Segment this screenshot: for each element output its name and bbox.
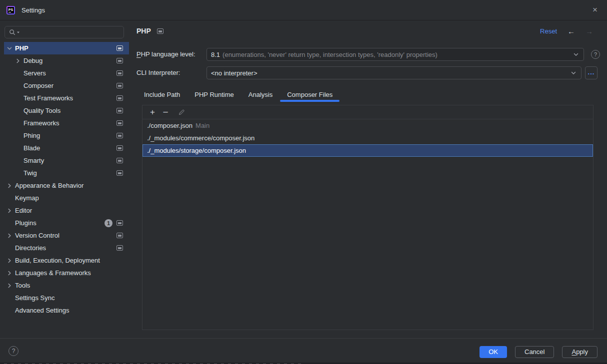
chevron-right-icon[interactable]: [4, 257, 15, 265]
sidebar-item-label: Version Control: [15, 232, 60, 239]
dialog-footer: ? OK Cancel Apply: [0, 338, 607, 363]
tab-composer-files[interactable]: Composer Files: [286, 86, 333, 102]
list-item-composer-file[interactable]: ./_modules/storage/composer.json: [142, 144, 593, 157]
sidebar-item-build-execution-deployment[interactable]: Build, Execution, Deployment: [4, 254, 129, 267]
settings-dialog: PS Settings × PHPDebugServersComposerTes…: [0, 0, 607, 364]
sidebar-item-version-control[interactable]: Version Control: [4, 229, 129, 242]
sidebar-item-quality-tools[interactable]: Quality Tools: [4, 104, 129, 117]
monitor-icon: [116, 70, 123, 76]
sidebar-item-composer[interactable]: Composer: [4, 79, 129, 92]
sidebar-item-editor[interactable]: Editor: [4, 204, 129, 217]
tab-analysis[interactable]: Analysis: [248, 86, 273, 102]
close-icon[interactable]: ×: [590, 5, 600, 15]
sidebar-item-label: Twig: [24, 169, 37, 177]
chevron-right-icon[interactable]: [4, 282, 15, 290]
sidebar-item-servers[interactable]: Servers: [4, 67, 129, 79]
help-icon[interactable]: ?: [8, 346, 18, 356]
ok-button[interactable]: OK: [480, 346, 507, 358]
composer-file-main-badge: Main: [196, 122, 210, 129]
sidebar-item-languages-frameworks[interactable]: Languages & Frameworks: [4, 267, 129, 279]
composer-files-panel: + − ./composer.jsonMain./_modules/commer…: [142, 105, 594, 330]
monitor-icon: [116, 233, 123, 238]
sidebar-item-smarty[interactable]: Smarty: [4, 154, 129, 167]
language-level-value: 8.1: [211, 51, 220, 58]
chevron-down-icon[interactable]: [4, 44, 15, 52]
monitor-icon: [116, 83, 123, 88]
chevron-right-icon[interactable]: [4, 269, 15, 277]
composer-files-list: ./composer.jsonMain./_modules/commerce/c…: [142, 119, 593, 157]
settings-tree: PHPDebugServersComposerTest FrameworksQu…: [4, 42, 129, 317]
sidebar-item-twig[interactable]: Twig: [4, 167, 129, 179]
chevron-right-icon[interactable]: [4, 232, 15, 240]
breadcrumb: PHP: [136, 27, 164, 35]
tab-php-runtime[interactable]: PHP Runtime: [194, 86, 234, 102]
chevron-spacer: [12, 169, 24, 177]
sidebar-item-label: Debug: [24, 57, 42, 64]
chevron-spacer: [12, 119, 24, 127]
sidebar-item-label: Keymap: [15, 194, 39, 202]
sidebar-item-label: Settings Sync: [15, 294, 55, 302]
composer-file-path: ./_modules/commerce/composer.json: [147, 134, 254, 142]
list-toolbar: + −: [142, 105, 593, 119]
sidebar-item-label: Blade: [24, 144, 40, 152]
chevron-spacer: [4, 219, 15, 227]
sidebar-item-advanced-settings[interactable]: Advanced Settings: [4, 304, 129, 317]
monitor-icon: [157, 28, 164, 34]
sidebar-item-label: Editor: [15, 207, 32, 214]
sidebar-item-label: Composer: [24, 82, 54, 89]
back-arrow-icon[interactable]: ←: [568, 27, 575, 35]
sidebar-item-label: Smarty: [24, 157, 44, 164]
search-input[interactable]: [4, 26, 124, 38]
composer-file-path: ./_modules/storage/composer.json: [147, 147, 246, 154]
cancel-button[interactable]: Cancel: [515, 346, 554, 358]
monitor-icon: [116, 95, 123, 101]
language-level-select[interactable]: 8.1 (enumerations, 'never' return type, …: [206, 48, 584, 61]
monitor-icon: [116, 120, 123, 126]
sidebar-item-appearance-behavior[interactable]: Appearance & Behavior: [4, 179, 129, 192]
sidebar-item-blade[interactable]: Blade: [4, 142, 129, 154]
chevron-spacer: [12, 69, 24, 77]
apply-button[interactable]: Apply: [562, 346, 598, 358]
list-item-composer-file[interactable]: ./_modules/commerce/composer.json: [142, 132, 593, 144]
chevron-spacer: [12, 82, 24, 90]
list-item-composer-file[interactable]: ./composer.jsonMain: [142, 119, 593, 132]
chevron-spacer: [12, 94, 24, 102]
sidebar-item-tools[interactable]: Tools: [4, 279, 129, 292]
sidebar-item-debug[interactable]: Debug: [4, 54, 129, 67]
monitor-icon: [116, 145, 123, 151]
chevron-spacer: [12, 132, 24, 140]
chevron-right-icon[interactable]: [4, 182, 15, 190]
chevron-spacer: [12, 144, 24, 152]
cli-interpreter-value: <no interpreter>: [211, 69, 258, 77]
tab-include-path[interactable]: Include Path: [144, 86, 180, 102]
sidebar-item-keymap[interactable]: Keymap: [4, 192, 129, 204]
sidebar-item-test-frameworks[interactable]: Test Frameworks: [4, 92, 129, 104]
sidebar-item-label: Plugins: [15, 219, 36, 227]
remove-button[interactable]: −: [160, 107, 171, 118]
sidebar-item-php[interactable]: PHP: [4, 42, 129, 54]
sidebar-item-plugins[interactable]: Plugins1: [4, 217, 129, 229]
sidebar-item-label: Directories: [15, 244, 46, 252]
sidebar-item-frameworks[interactable]: Frameworks: [4, 117, 129, 129]
chevron-right-icon[interactable]: [12, 57, 24, 65]
cli-interpreter-select[interactable]: <no interpreter>: [206, 66, 582, 79]
sidebar-item-phing[interactable]: Phing: [4, 129, 129, 142]
edit-pencil-icon[interactable]: [176, 107, 187, 118]
search-icon: [9, 29, 20, 36]
plugins-count-badge: 1: [104, 219, 112, 227]
sidebar-item-label: Quality Tools: [24, 107, 60, 114]
monitor-icon: [116, 158, 123, 163]
chevron-right-icon[interactable]: [4, 207, 15, 215]
sidebar-item-label: Languages & Frameworks: [15, 269, 91, 277]
help-icon[interactable]: ?: [591, 50, 600, 59]
sidebar-item-settings-sync[interactable]: Settings Sync: [4, 292, 129, 304]
sidebar-item-directories[interactable]: Directories: [4, 242, 129, 254]
phpstorm-logo-icon: PS: [6, 6, 15, 14]
add-button[interactable]: +: [147, 107, 158, 118]
title-bar: PS Settings ×: [0, 0, 607, 20]
reset-button[interactable]: Reset: [540, 27, 557, 35]
settings-content: PHP Reset ← → PHP language level: 8.1 (e…: [131, 20, 607, 338]
cli-interpreter-label: CLI Interpreter:: [136, 66, 180, 79]
monitor-icon: [116, 108, 123, 113]
browse-button[interactable]: ...: [585, 66, 598, 79]
